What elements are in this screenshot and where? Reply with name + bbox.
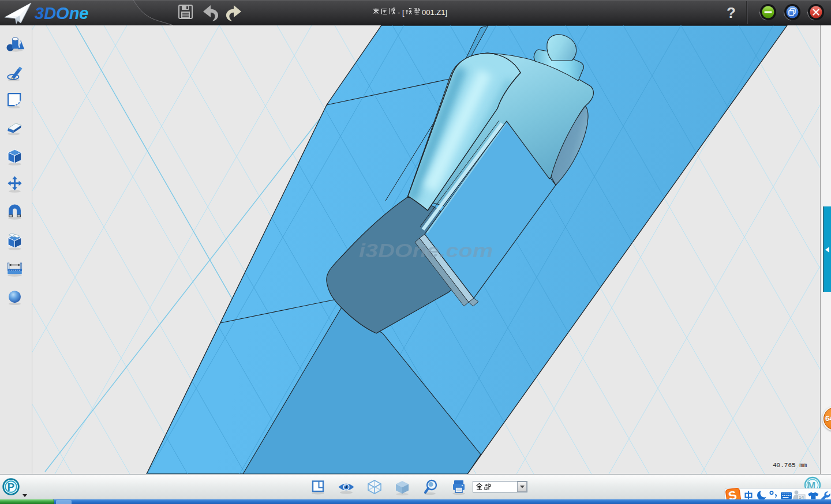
- svg-text:3DOne: 3DOne: [35, 4, 88, 22]
- svg-text:001.Z1]: 001.Z1]: [422, 8, 447, 17]
- svg-text:i3DOne.com: i3DOne.com: [359, 239, 493, 261]
- svg-text:?: ?: [727, 4, 736, 21]
- svg-text:- [: - [: [398, 8, 405, 17]
- svg-text:40.765 mm: 40.765 mm: [773, 462, 807, 469]
